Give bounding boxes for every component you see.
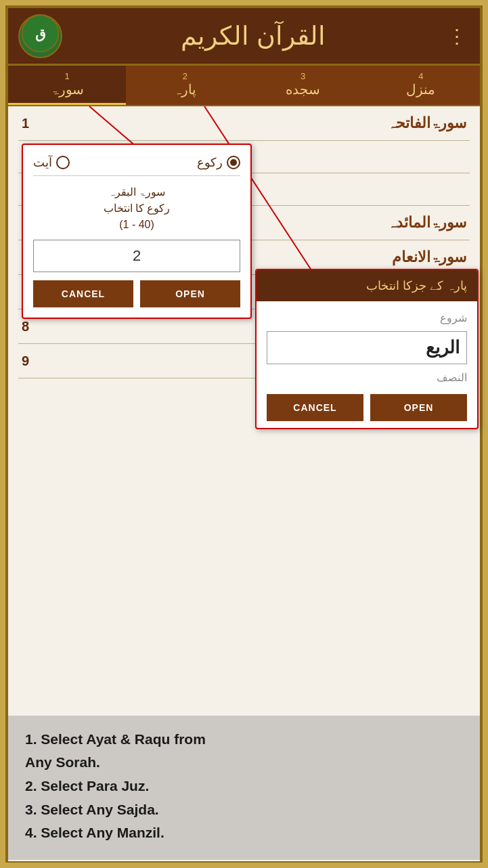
dialog2-buttons: CANCEL OPEN — [267, 394, 467, 421]
dialog2-header: پارہ کے جزکا انتخاب — [257, 270, 477, 301]
dialog2-body: شروع الريع النصف CANCEL OPEN — [257, 301, 477, 428]
dialog2-open-button[interactable]: OPEN — [370, 394, 467, 421]
radio-row: رکوع آیت — [33, 155, 240, 176]
menu-icon[interactable]: ⋮ — [444, 22, 470, 51]
ayat-raku-dialog: رکوع آیت سورۃ البقرہ رکوع کا انتخاب (40 … — [22, 144, 252, 319]
sura-name-anam: سورۃالانعام — [392, 248, 466, 266]
instruction-line2: Any Sorah. — [25, 754, 100, 770]
app-logo: ق — [18, 14, 62, 58]
ayat-radio[interactable] — [56, 156, 70, 169]
tab-para-number: 2 — [129, 71, 240, 81]
ayat-label: آیت — [33, 155, 52, 170]
instruction-line3: 2. Select Para Juz. — [25, 778, 149, 794]
dialog2-cancel-button[interactable]: CANCEL — [267, 394, 363, 421]
tab-sura-number: 1 — [12, 71, 123, 81]
instructions-text: 1. Select Ayat & Raqu from Any Sorah. 2.… — [25, 728, 463, 845]
tab-sajda[interactable]: 3 سجده — [244, 66, 362, 105]
subtitle-line2: رکوع کا انتخاب — [104, 202, 171, 214]
logo-text: ق — [22, 15, 59, 57]
tab-sajda-number: 3 — [248, 71, 359, 81]
subtitle-line3: (40 - 1) — [119, 219, 154, 230]
juz-selected-value: الريع — [426, 337, 460, 357]
sura-number-anfal: 8 — [22, 319, 42, 334]
instruction-line1: 1. Select Ayat & Raqu from — [25, 731, 206, 747]
tab-sajda-label: سجده — [286, 82, 320, 97]
sura-number-tawba: 9 — [22, 353, 42, 369]
sura-name-1: سورۃالفاتحہ — [387, 114, 466, 132]
juz-nisf[interactable]: النصف — [267, 368, 467, 387]
tab-sura[interactable]: 1 سورۃ — [8, 66, 126, 105]
dialog1-buttons: CANCEL OPEN — [33, 280, 240, 307]
tab-manzil-label: منزل — [406, 82, 435, 97]
dialog1-cancel-button[interactable]: CANCEL — [33, 280, 133, 307]
header: ق القرآن الكريم ⋮ — [8, 8, 480, 66]
bottom-instructions: 1. Select Ayat & Raqu from Any Sorah. 2.… — [8, 716, 480, 860]
tab-sura-label: سورۃ — [51, 82, 84, 97]
svg-text:ق: ق — [35, 26, 46, 42]
raku-label: رکوع — [197, 155, 223, 170]
sura-number-1: 1 — [22, 116, 42, 131]
para-juz-dialog: پارہ کے جزکا انتخاب شروع الريع النصف CAN… — [255, 269, 479, 429]
instruction-line5: 4. Select Any Manzil. — [25, 825, 164, 840]
header-title: القرآن الكريم — [62, 21, 444, 51]
tabs: 4 منزل 3 سجده 2 پارہ 1 سورۃ — [8, 66, 480, 106]
raku-option[interactable]: رکوع — [197, 155, 240, 170]
dialog1-open-button[interactable]: OPEN — [140, 280, 240, 307]
juz-selected[interactable]: الريع — [267, 331, 467, 364]
dialog1-subtitle: سورۃ البقرہ رکوع کا انتخاب (40 - 1) — [33, 184, 240, 233]
subtitle-line1: سورۃ البقرہ — [108, 186, 165, 198]
dialog2-title: پارہ کے جزکا انتخاب — [366, 279, 467, 292]
ayat-option[interactable]: آیت — [33, 155, 70, 170]
raku-radio[interactable] — [227, 156, 240, 169]
juz-sharou[interactable]: شروع — [267, 308, 467, 328]
tab-para[interactable]: 2 پارہ — [126, 66, 244, 105]
sura-name-maida: سورۃالمائدہ — [387, 214, 466, 232]
app-container: ق القرآن الكريم ⋮ 4 منزل 3 سجده 2 پارہ 1… — [5, 5, 483, 863]
tab-manzil[interactable]: 4 منزل — [362, 66, 480, 105]
instruction-line4: 3. Select Any Sajda. — [25, 802, 159, 817]
tab-manzil-number: 4 — [365, 71, 476, 81]
raku-input[interactable] — [33, 240, 240, 272]
tab-para-label: پارہ — [173, 82, 196, 97]
sura-row-1[interactable]: سورۃالفاتحہ 1 — [18, 106, 470, 141]
